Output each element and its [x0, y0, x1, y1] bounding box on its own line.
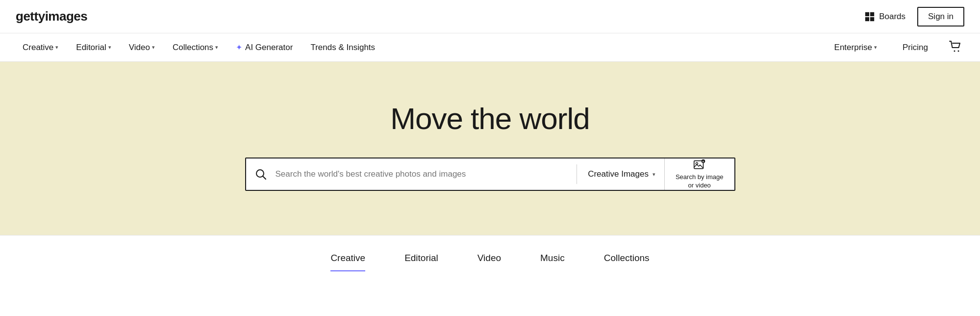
sign-in-button[interactable]: Sign in	[917, 7, 964, 26]
category-label: Creative Images	[588, 169, 649, 179]
nav-item-video[interactable]: Video ▾	[122, 39, 162, 56]
editorial-label: Editorial	[76, 43, 106, 53]
pricing-label: Pricing	[903, 43, 928, 53]
search-icon-wrapper	[246, 168, 276, 180]
nav-item-trends[interactable]: Trends & Insights	[303, 39, 382, 56]
enterprise-label: Enterprise	[834, 43, 872, 53]
image-search-label: Search by imageor video	[676, 173, 724, 190]
svg-rect-3	[870, 17, 874, 21]
logo[interactable]: gettyimages	[16, 9, 87, 24]
search-icon	[255, 168, 267, 180]
hero-title: Move the world	[390, 101, 589, 136]
logo-regular: getty	[16, 9, 45, 24]
tab-collections[interactable]: Collections	[604, 253, 650, 271]
image-search-button[interactable]: + Search by imageor video	[664, 158, 734, 190]
ai-generator-label: AI Generator	[245, 43, 293, 53]
nav-item-ai-generator[interactable]: ✦ AI Generator	[229, 39, 300, 56]
creative-label: Creative	[23, 43, 53, 53]
collections-chevron-icon: ▾	[215, 44, 218, 51]
main-nav-left: Creative ▾ Editorial ▾ Video ▾ Collectio…	[16, 39, 828, 56]
search-bar: Creative Images ▾ + Search by imageor vi…	[245, 158, 735, 191]
svg-point-4	[954, 51, 955, 52]
top-nav-left: gettyimages	[16, 9, 87, 24]
svg-point-5	[958, 51, 959, 52]
cart-icon	[949, 40, 962, 53]
tab-editorial[interactable]: Editorial	[404, 253, 438, 271]
nav-item-enterprise[interactable]: Enterprise ▾	[828, 39, 884, 56]
main-navigation: Creative ▾ Editorial ▾ Video ▾ Collectio…	[0, 33, 980, 62]
tab-creative[interactable]: Creative	[330, 253, 365, 271]
creative-chevron-icon: ▾	[55, 44, 58, 51]
svg-text:+: +	[702, 160, 704, 163]
image-search-icon: +	[693, 158, 706, 171]
editorial-chevron-icon: ▾	[108, 44, 111, 51]
cart-button[interactable]	[947, 38, 964, 57]
nav-item-collections[interactable]: Collections ▾	[166, 39, 225, 56]
nav-item-editorial[interactable]: Editorial ▾	[69, 39, 118, 56]
boards-label: Boards	[879, 12, 905, 22]
nav-item-pricing[interactable]: Pricing	[896, 39, 935, 56]
boards-button[interactable]: Boards	[864, 11, 905, 22]
video-chevron-icon: ▾	[152, 44, 155, 51]
boards-icon	[864, 11, 875, 22]
search-input[interactable]	[276, 169, 575, 179]
category-dropdown[interactable]: Creative Images ▾	[579, 169, 664, 179]
svg-rect-2	[865, 17, 869, 21]
collections-label: Collections	[173, 43, 213, 53]
search-divider	[577, 164, 577, 184]
sparkle-icon: ✦	[236, 43, 242, 52]
tab-video[interactable]: Video	[477, 253, 501, 271]
nav-item-creative[interactable]: Creative ▾	[16, 39, 65, 56]
enterprise-chevron-icon: ▾	[874, 44, 877, 51]
logo-bold: images	[45, 9, 88, 24]
tab-music[interactable]: Music	[540, 253, 565, 271]
hero-section: Move the world Creative Images ▾ + Searc…	[0, 62, 980, 235]
video-label: Video	[129, 43, 150, 53]
top-navigation: gettyimages Boards Sign in	[0, 0, 980, 33]
bottom-tabs: Creative Editorial Video Music Collectio…	[0, 235, 980, 274]
top-nav-right: Boards Sign in	[864, 7, 964, 26]
svg-rect-1	[870, 12, 874, 16]
trends-label: Trends & Insights	[310, 43, 375, 53]
svg-line-7	[263, 177, 266, 180]
category-chevron-icon: ▾	[653, 171, 655, 178]
svg-rect-0	[865, 12, 869, 16]
main-nav-right: Enterprise ▾ Pricing	[828, 38, 964, 57]
